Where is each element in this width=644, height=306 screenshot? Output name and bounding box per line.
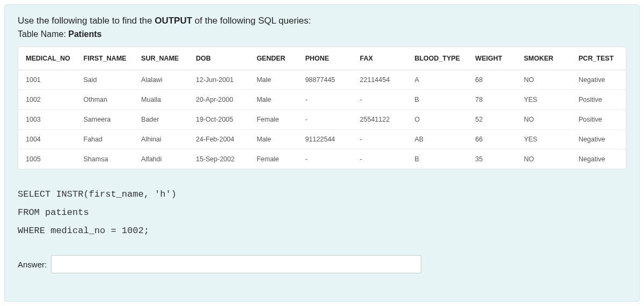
cell-pcr_test: Negative	[571, 130, 626, 150]
table-row: 1002OthmanMualla20-Apr-2000Male--B78YESP…	[18, 90, 626, 110]
cell-first_name: Othman	[76, 90, 134, 110]
cell-weight: 68	[468, 70, 517, 90]
cell-dob: 20-Apr-2000	[188, 90, 249, 110]
answer-label: Answer:	[18, 260, 47, 269]
cell-dob: 19-Oct-2005	[188, 110, 249, 130]
cell-weight: 78	[468, 90, 517, 110]
th-phone: PHONE	[298, 47, 353, 70]
cell-smoker: NO	[516, 70, 571, 90]
cell-dob: 24-Feb-2004	[188, 130, 249, 150]
cell-medical_no: 1002	[18, 90, 76, 110]
table-header-row: MEDICAL_NO FIRST_NAME SUR_NAME DOB GENDE…	[18, 47, 626, 70]
intro-prefix: Use the following table to find the	[18, 16, 155, 26]
cell-dob: 12-Jun-2001	[188, 70, 249, 90]
cell-fax: 22114454	[353, 70, 407, 90]
cell-blood_type: B	[407, 90, 467, 110]
cell-weight: 52	[468, 110, 517, 130]
th-dob: DOB	[188, 47, 249, 70]
sql-query: SELECT INSTR(first_name, 'h') FROM patie…	[18, 185, 626, 240]
cell-pcr_test: Positive	[571, 90, 626, 110]
intro-text: Use the following table to find the OUTP…	[18, 16, 626, 26]
table-name-bold: Patients	[68, 29, 101, 39]
cell-blood_type: B	[407, 150, 467, 169]
cell-smoker: NO	[516, 110, 571, 130]
cell-weight: 35	[468, 150, 517, 169]
cell-smoker: NO	[516, 150, 571, 169]
intro-bold: OUTPUT	[155, 16, 192, 26]
question-card: Use the following table to find the OUTP…	[4, 4, 640, 302]
table-row: 1003SameeraBader19-Oct-2005Female-255411…	[18, 110, 626, 130]
cell-blood_type: A	[407, 70, 467, 90]
th-pcr-test: PCR_TEST	[571, 47, 626, 70]
th-fax: FAX	[353, 47, 407, 70]
th-blood-type: BLOOD_TYPE	[407, 47, 467, 70]
cell-pcr_test: Negative	[571, 70, 626, 90]
cell-first_name: Fahad	[76, 130, 134, 150]
cell-smoker: YES	[516, 130, 571, 150]
cell-gender: Male	[249, 130, 298, 150]
cell-blood_type: O	[407, 110, 467, 130]
cell-gender: Female	[249, 110, 298, 130]
table-row: 1004FahadAlhinai24-Feb-2004Male91122544-…	[18, 130, 626, 150]
cell-gender: Male	[249, 70, 298, 90]
cell-phone: 91122544	[298, 130, 353, 150]
table-body: 1001SaidAlalawi12-Jun-2001Male9887744522…	[18, 70, 626, 169]
table-name-line: Table Name: Patients	[18, 29, 626, 39]
patients-table-wrap: MEDICAL_NO FIRST_NAME SUR_NAME DOB GENDE…	[18, 47, 626, 169]
table-row: 1001SaidAlalawi12-Jun-2001Male9887744522…	[18, 70, 626, 90]
cell-medical_no: 1003	[18, 110, 76, 130]
cell-medical_no: 1001	[18, 70, 76, 90]
cell-fax: -	[353, 90, 407, 110]
cell-sur_name: Mualla	[134, 90, 188, 110]
cell-phone: -	[298, 110, 353, 130]
cell-sur_name: Alalawi	[134, 70, 188, 90]
cell-sur_name: Bader	[134, 110, 188, 130]
cell-dob: 15-Sep-2002	[188, 150, 249, 169]
cell-medical_no: 1005	[18, 150, 76, 169]
answer-input[interactable]	[51, 255, 421, 273]
cell-weight: 66	[468, 130, 517, 150]
table-row: 1005ShamsaAlfahdi15-Sep-2002Female--B35N…	[18, 150, 626, 169]
patients-table: MEDICAL_NO FIRST_NAME SUR_NAME DOB GENDE…	[18, 47, 626, 169]
cell-fax: 25541122	[353, 110, 407, 130]
cell-pcr_test: Negative	[571, 150, 626, 169]
cell-phone: -	[298, 90, 353, 110]
cell-phone: 98877445	[298, 70, 353, 90]
th-sur-name: SUR_NAME	[134, 47, 188, 70]
cell-blood_type: AB	[407, 130, 467, 150]
th-gender: GENDER	[249, 47, 298, 70]
cell-sur_name: Alfahdi	[134, 150, 188, 169]
intro-suffix: of the following SQL queries:	[192, 16, 311, 26]
answer-row: Answer:	[18, 255, 626, 273]
cell-smoker: YES	[516, 90, 571, 110]
table-name-prefix: Table Name:	[18, 29, 68, 39]
th-first-name: FIRST_NAME	[76, 47, 134, 70]
cell-fax: -	[353, 130, 407, 150]
cell-first_name: Sameera	[76, 110, 134, 130]
th-weight: WEIGHT	[468, 47, 517, 70]
cell-first_name: Shamsa	[76, 150, 134, 169]
cell-gender: Male	[249, 90, 298, 110]
cell-gender: Female	[249, 150, 298, 169]
th-medical-no: MEDICAL_NO	[18, 47, 76, 70]
cell-medical_no: 1004	[18, 130, 76, 150]
cell-phone: -	[298, 150, 353, 169]
cell-fax: -	[353, 150, 407, 169]
cell-sur_name: Alhinai	[134, 130, 188, 150]
cell-first_name: Said	[76, 70, 134, 90]
cell-pcr_test: Positive	[571, 110, 626, 130]
th-smoker: SMOKER	[516, 47, 571, 70]
